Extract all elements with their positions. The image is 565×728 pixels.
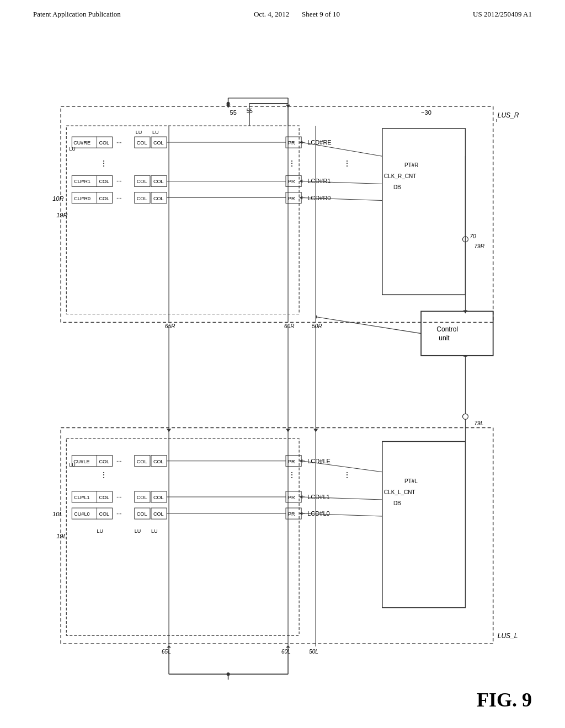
svg-text:···: ··· xyxy=(116,493,122,501)
svg-text:50L: 50L xyxy=(309,649,318,655)
svg-text:COL: COL xyxy=(137,459,147,464)
svg-text:COL: COL xyxy=(99,140,110,146)
svg-text:55: 55 xyxy=(247,108,253,114)
svg-text:⋮: ⋮ xyxy=(100,159,108,168)
svg-text:unit: unit xyxy=(439,334,450,342)
svg-text:PR: PR xyxy=(288,459,295,464)
svg-text:65L: 65L xyxy=(162,649,171,655)
svg-text:LUS_L: LUS_L xyxy=(498,632,518,640)
svg-text:⋮: ⋮ xyxy=(288,470,296,479)
svg-point-83 xyxy=(462,414,468,419)
svg-text:⋮: ⋮ xyxy=(100,470,108,479)
svg-text:PT#L: PT#L xyxy=(404,478,418,484)
svg-text:79L: 79L xyxy=(475,420,484,426)
svg-text:19R: 19R xyxy=(56,212,67,218)
svg-rect-91 xyxy=(66,438,299,635)
svg-marker-160 xyxy=(286,429,290,432)
svg-text:LUS_R: LUS_R xyxy=(498,111,519,119)
svg-text:COL: COL xyxy=(137,495,147,500)
svg-text:⋮: ⋮ xyxy=(288,159,296,168)
svg-rect-3 xyxy=(66,126,299,314)
svg-text:COL: COL xyxy=(153,140,164,146)
svg-line-66 xyxy=(301,142,382,156)
svg-text:CU#L0: CU#L0 xyxy=(74,511,89,517)
svg-marker-159 xyxy=(167,429,171,432)
svg-rect-0 xyxy=(61,106,493,323)
svg-text:···: ··· xyxy=(116,138,122,146)
svg-text:60L: 60L xyxy=(281,649,291,655)
svg-text:PR: PR xyxy=(288,140,295,146)
svg-text:Control: Control xyxy=(436,325,458,333)
svg-text:COL: COL xyxy=(99,459,110,464)
svg-text:CU#LE: CU#LE xyxy=(73,459,89,464)
svg-text:COL: COL xyxy=(153,511,164,517)
svg-text:⋮: ⋮ xyxy=(343,470,351,479)
svg-marker-82 xyxy=(463,310,467,313)
svg-text:···: ··· xyxy=(116,177,122,185)
svg-text:···: ··· xyxy=(116,194,122,202)
svg-text:COL: COL xyxy=(137,511,147,517)
svg-text:~30: ~30 xyxy=(421,109,431,116)
svg-text:LCD#RE: LCD#RE xyxy=(307,139,332,146)
svg-marker-161 xyxy=(313,429,318,432)
svg-text:LU: LU xyxy=(152,130,159,135)
svg-text:COL: COL xyxy=(99,511,110,517)
svg-text:DB: DB xyxy=(393,184,401,190)
svg-rect-93 xyxy=(382,442,466,608)
svg-text:55: 55 xyxy=(230,109,237,116)
svg-text:65R: 65R xyxy=(165,323,175,329)
svg-text:CU#R0: CU#R0 xyxy=(74,196,90,201)
svg-text:⋮: ⋮ xyxy=(343,159,351,168)
svg-text:LCD#L0: LCD#L0 xyxy=(307,510,329,517)
svg-text:LU: LU xyxy=(151,528,158,534)
svg-text:LU: LU xyxy=(97,528,104,534)
svg-text:CU#RE: CU#RE xyxy=(73,140,90,146)
svg-text:LCD#R0: LCD#R0 xyxy=(307,195,331,201)
svg-rect-89 xyxy=(61,427,493,644)
svg-line-87 xyxy=(316,317,421,334)
svg-text:60R: 60R xyxy=(284,323,294,329)
svg-text:79R: 79R xyxy=(475,243,484,249)
svg-text:CLK_R_CNT: CLK_R_CNT xyxy=(384,173,417,179)
svg-text:PR: PR xyxy=(288,179,295,184)
svg-text:PR: PR xyxy=(288,196,295,201)
svg-text:PR: PR xyxy=(288,495,295,500)
svg-text:PR: PR xyxy=(288,511,295,517)
svg-text:CLK_L_CNT: CLK_L_CNT xyxy=(384,489,415,495)
svg-text:COL: COL xyxy=(137,140,147,146)
diagram-area: LUS_R 19R ~30 55 CLK_R_CNT DB PT#R LU CU… xyxy=(33,72,532,684)
svg-text:COL: COL xyxy=(99,196,110,201)
svg-text:10L: 10L xyxy=(52,511,62,517)
svg-text:PT#R: PT#R xyxy=(404,162,419,168)
svg-text:CU#R1: CU#R1 xyxy=(74,179,90,184)
figure-label: FIG. 9 xyxy=(477,688,532,711)
svg-text:LCD#L1: LCD#L1 xyxy=(307,494,329,500)
svg-text:LU: LU xyxy=(136,130,142,135)
svg-text:70: 70 xyxy=(470,233,477,239)
svg-line-150 xyxy=(301,461,382,472)
svg-text:COL: COL xyxy=(153,196,164,201)
svg-text:10R: 10R xyxy=(52,195,63,202)
svg-text:COL: COL xyxy=(153,179,164,184)
svg-text:COL: COL xyxy=(99,495,110,500)
svg-text:19L: 19L xyxy=(56,533,66,539)
svg-text:COL: COL xyxy=(153,459,164,464)
svg-text:···: ··· xyxy=(116,457,122,465)
svg-text:COL: COL xyxy=(99,179,110,184)
svg-text:COL: COL xyxy=(153,495,164,500)
svg-text:LCD#R1: LCD#R1 xyxy=(307,178,331,184)
svg-text:50R: 50R xyxy=(312,323,322,329)
svg-rect-10 xyxy=(382,129,466,295)
svg-text:DB: DB xyxy=(393,500,401,506)
svg-marker-168 xyxy=(286,645,290,647)
svg-text:COL: COL xyxy=(137,179,147,184)
svg-text:COL: COL xyxy=(137,196,147,201)
svg-text:···: ··· xyxy=(116,510,122,517)
svg-text:LU: LU xyxy=(135,528,141,534)
header-right: US 2012/250409 A1 xyxy=(473,10,532,19)
svg-text:LU: LU xyxy=(69,146,76,152)
svg-rect-78 xyxy=(421,311,493,355)
svg-text:CU#L1: CU#L1 xyxy=(74,495,89,500)
header-center: Oct. 4, 2012 Sheet 9 of 10 xyxy=(254,10,340,19)
svg-marker-166 xyxy=(167,645,171,647)
